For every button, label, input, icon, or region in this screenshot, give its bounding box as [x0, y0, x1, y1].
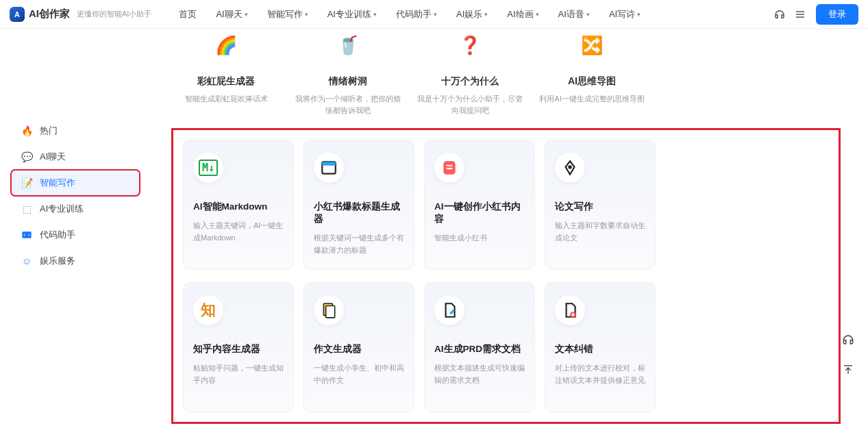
card-desc: 智能生成彩虹屁吹捧话术: [171, 93, 281, 105]
rainbow-icon: 🌈: [210, 29, 243, 62]
chevron-down-icon: ▾: [536, 11, 539, 18]
card-title: 知乎内容生成器: [193, 343, 284, 355]
doc-error-icon: [555, 295, 585, 325]
sidebar: 🔥 热门 💬 AI聊天 📝 智能写作 ⬚ AI专业训练 代码助手 ☺ 娱乐服务: [0, 29, 144, 428]
top-card-row: 🌈 彩虹屁生成器 智能生成彩虹屁吹捧话术 🥤 情绪树洞 我将作为一个倾听者，把你…: [171, 29, 841, 116]
card-title: AI生成PRD需求文档: [434, 343, 525, 355]
sidebar-item-training[interactable]: ⬚ AI专业训练: [11, 196, 140, 222]
tool-card-mindmap[interactable]: 🔀 AI思维导图 利用AI一键生成完整的思维导图: [537, 29, 647, 116]
mindmap-icon: 🔀: [575, 29, 608, 62]
card-title: 文本纠错: [555, 343, 645, 355]
cube-icon: ⬚: [21, 203, 33, 215]
card-desc: 根据文本描述生成可快速编辑的需求文档: [434, 362, 525, 386]
tool-card-prd[interactable]: AI生成PRD需求文档 根据文本描述生成可快速编辑的需求文档: [424, 282, 535, 412]
nav-label: 智能写作: [267, 8, 303, 21]
tool-card-correct[interactable]: 文本纠错 对上传的文本进行校对，标注错误文本并提供修正意见: [545, 282, 656, 412]
card-title: 作文生成器: [314, 343, 404, 355]
fire-icon: 🔥: [21, 125, 33, 137]
nav-label: AI绘画: [507, 8, 533, 21]
nav-voice[interactable]: AI语音▾: [558, 8, 590, 21]
card-desc: 根据关键词一键生成多个有爆款潜力的标题: [314, 232, 404, 256]
tool-card-zhihu[interactable]: 知 知乎内容生成器 粘贴知乎问题，一键生成知乎内容: [183, 282, 294, 412]
sidebar-item-hot[interactable]: 🔥 热门: [11, 118, 140, 144]
card-title: AI思维导图: [537, 75, 647, 88]
sidebar-item-label: 智能写作: [40, 177, 75, 189]
sidebar-item-label: 热门: [40, 125, 58, 137]
write-icon: 📝: [21, 177, 33, 189]
cup-icon: 🥤: [332, 29, 364, 62]
card-title: 彩虹屁生成器: [171, 75, 281, 88]
support-button[interactable]: [838, 329, 858, 350]
tool-card-essay[interactable]: 作文生成器 一键生成小学生、初中和高中的作文: [303, 282, 414, 412]
nav-writing[interactable]: 智能写作▾: [267, 8, 308, 21]
chevron-down-icon: ▾: [245, 11, 248, 18]
sidebar-item-chat[interactable]: 💬 AI聊天: [11, 144, 140, 170]
doc-icon: [314, 295, 344, 325]
nav-code[interactable]: 代码助手▾: [396, 8, 437, 21]
card-title: 论文写作: [555, 201, 645, 213]
card-desc: 利用AI一键生成完整的思维导图: [537, 93, 647, 105]
markdown-icon: M↓: [193, 153, 223, 183]
menu-icon[interactable]: [793, 7, 808, 22]
content: 🌈 彩虹屁生成器 智能生成彩虹屁吹捧话术 🥤 情绪树洞 我将作为一个倾听者，把你…: [144, 29, 868, 428]
card-title: 十万个为什么: [415, 75, 525, 88]
sidebar-item-writing[interactable]: 📝 智能写作: [11, 170, 140, 196]
pen-icon: [555, 153, 585, 183]
code-icon: [21, 229, 33, 241]
card-desc: 粘贴知乎问题，一键生成知乎内容: [193, 362, 284, 386]
tool-card-rainbow[interactable]: 🌈 彩虹屁生成器 智能生成彩虹屁吹捧话术: [171, 29, 281, 116]
chevron-down-icon: ▾: [305, 11, 308, 18]
nav-home[interactable]: 首页: [179, 8, 197, 21]
logo: A: [10, 7, 25, 22]
tool-card-thesis[interactable]: 论文写作 输入主题和字数要求自动生成论文: [545, 140, 656, 270]
card-title: 小红书爆款标题生成器: [314, 201, 404, 225]
sidebar-item-code[interactable]: 代码助手: [11, 222, 140, 248]
nav-paint[interactable]: AI绘画▾: [507, 8, 538, 21]
highlighted-section: M↓ AI智能Markdown 输入主题关键词，AI一键生成Markdown 小…: [171, 128, 841, 424]
card-title: AI一键创作小红书内容: [434, 201, 525, 225]
slogan: 更懂你的智能AI小助手: [77, 9, 151, 19]
headset-icon[interactable]: [772, 7, 787, 22]
card-desc: 我将作为一个倾听者，把你的烦恼都告诉我吧: [293, 93, 403, 116]
main: 🔥 热门 💬 AI聊天 📝 智能写作 ⬚ AI专业训练 代码助手 ☺ 娱乐服务: [0, 29, 868, 428]
note-icon: [434, 153, 464, 183]
tool-card-markdown[interactable]: M↓ AI智能Markdown 输入主题关键词，AI一键生成Markdown: [183, 140, 294, 270]
window-icon: [314, 153, 344, 183]
card-desc: 智能生成小红书: [434, 232, 525, 244]
nav-chat[interactable]: AI聊天▾: [216, 8, 247, 21]
question-icon: ❓: [454, 29, 486, 62]
nav-label: AI语音: [558, 8, 584, 21]
card-desc: 输入主题关键词，AI一键生成Markdown: [193, 220, 284, 244]
chevron-down-icon: ▾: [373, 11, 377, 18]
sidebar-item-label: AI专业训练: [40, 203, 84, 215]
brand-name: AI创作家: [29, 8, 70, 21]
nav-label: 首页: [179, 8, 197, 21]
svg-rect-6: [326, 306, 335, 318]
chevron-down-icon: ▾: [484, 11, 488, 18]
nav-training[interactable]: AI专业训练▾: [327, 8, 377, 21]
back-to-top-button[interactable]: [838, 360, 858, 380]
nav-label: AI写诗: [609, 8, 635, 21]
nav-fun[interactable]: AI娱乐▾: [456, 8, 488, 21]
login-button[interactable]: 登录: [816, 4, 858, 25]
nav-label: 代码助手: [396, 8, 432, 21]
tool-card-treehole[interactable]: 🥤 情绪树洞 我将作为一个倾听者，把你的烦恼都告诉我吧: [293, 29, 403, 116]
tool-card-why[interactable]: ❓ 十万个为什么 我是十万个为什么小助手，尽管向我提问吧: [415, 29, 525, 116]
sidebar-item-entertainment[interactable]: ☺ 娱乐服务: [11, 248, 140, 274]
nav-label: AI专业训练: [327, 8, 371, 21]
tool-card-xhs-title[interactable]: 小红书爆款标题生成器 根据关键词一键生成多个有爆款潜力的标题: [303, 140, 414, 270]
sidebar-item-label: 代码助手: [40, 229, 75, 241]
brand-block[interactable]: A AI创作家: [10, 7, 70, 22]
top-nav: 首页 AI聊天▾ 智能写作▾ AI专业训练▾ 代码助手▾ AI娱乐▾ AI绘画▾…: [179, 8, 641, 21]
card-title: AI智能Markdown: [193, 201, 284, 213]
chevron-down-icon: ▾: [434, 11, 437, 18]
card-desc: 输入主题和字数要求自动生成论文: [555, 220, 645, 244]
chevron-down-icon: ▾: [637, 11, 641, 18]
tool-grid: M↓ AI智能Markdown 输入主题关键词，AI一键生成Markdown 小…: [183, 140, 829, 412]
chat-icon: 💬: [21, 151, 33, 163]
nav-poem[interactable]: AI写诗▾: [609, 8, 641, 21]
card-desc: 一键生成小学生、初中和高中的作文: [314, 362, 404, 386]
sidebar-item-label: 娱乐服务: [40, 255, 75, 267]
tool-card-xhs-content[interactable]: AI一键创作小红书内容 智能生成小红书: [424, 140, 535, 270]
chevron-down-icon: ▾: [586, 11, 590, 18]
